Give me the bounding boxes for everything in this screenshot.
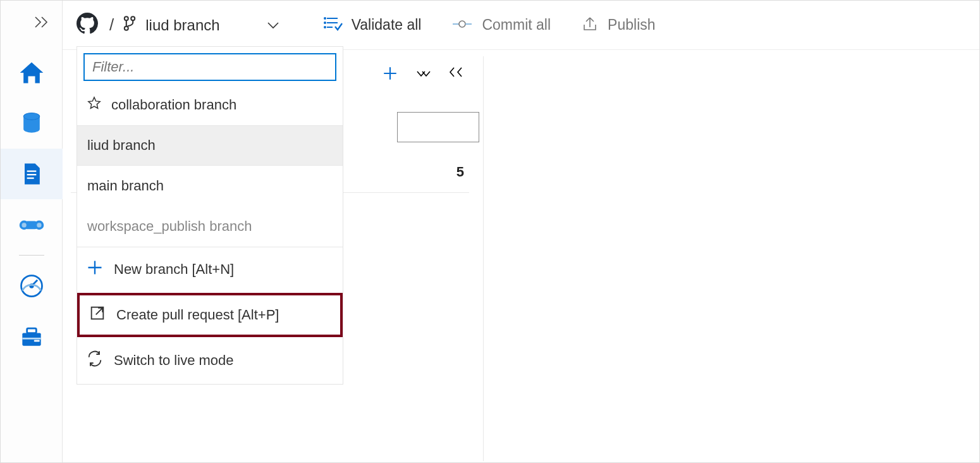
pipeline-icon [18,211,46,238]
svg-point-21 [324,26,326,28]
nav-home[interactable] [1,47,63,98]
svg-rect-3 [27,174,36,175]
svg-rect-14 [22,338,40,340]
commit-label: Commit all [482,16,551,34]
branch-item-current[interactable]: liud branch [77,125,343,166]
branch-item-collaboration[interactable]: collaboration branch [77,85,343,125]
nav-monitor[interactable] [1,261,63,311]
svg-point-20 [324,22,326,24]
star-icon [87,96,101,114]
svg-rect-13 [27,328,36,333]
plus-icon [86,259,104,280]
svg-rect-12 [22,333,40,346]
top-toolbar: / liud branch Validate all [63,1,979,50]
branch-item-label: main branch [87,178,164,194]
resource-filter-input[interactable] [397,112,479,142]
open-external-icon [89,304,106,326]
switch-live-action[interactable]: Switch to live mode [77,338,343,383]
path-separator: / [109,15,114,35]
branch-dropdown: collaboration branch liud branch main br… [77,46,343,385]
expand-all-icon[interactable] [415,66,431,84]
publish-button[interactable]: Publish [581,15,655,36]
branch-item-label: liud branch [87,137,156,154]
branch-label: liud branch [145,16,219,34]
nav-integrate[interactable] [1,199,63,250]
content-area: 5 collaboration branch liud branch main … [63,50,979,462]
publish-icon [581,15,599,36]
create-pr-action[interactable]: Create pull request [Alt+P] [77,293,343,337]
svg-point-19 [324,17,326,20]
svg-rect-2 [27,171,36,172]
svg-point-22 [459,21,465,27]
svg-point-9 [37,223,41,227]
nav-divider [19,255,44,256]
collapse-all-icon[interactable] [448,66,464,84]
home-icon [18,59,46,87]
branch-item-label: collaboration branch [111,97,236,113]
new-branch-label: New branch [Alt+N] [114,261,234,278]
create-pr-label: Create pull request [Alt+P] [116,307,279,323]
database-icon [18,109,46,137]
expand-nav-icon[interactable] [33,16,51,31]
branch-item-label: workspace_publish branch [87,218,252,235]
toolbox-icon [18,323,46,350]
github-icon [77,13,98,38]
commit-icon [451,16,473,34]
left-nav-rail [1,1,63,462]
document-icon [18,160,46,188]
switch-live-label: Switch to live mode [114,352,234,369]
commit-all-button[interactable]: Commit all [451,16,551,34]
branch-item-workspace-publish[interactable]: workspace_publish branch [77,206,343,247]
branch-selector[interactable]: liud branch [123,15,286,35]
gauge-icon [18,272,46,300]
validate-all-button[interactable]: Validate all [324,15,422,35]
branch-item-main[interactable]: main branch [77,166,343,206]
git-branch-icon [123,15,137,35]
add-resource-button[interactable] [382,65,398,86]
main-area: / liud branch Validate all [63,1,979,462]
new-branch-action[interactable]: New branch [Alt+N] [77,247,343,292]
nav-data[interactable] [1,98,63,149]
svg-point-18 [125,26,128,30]
svg-point-16 [125,16,128,20]
validate-label: Validate all [352,16,422,34]
publish-label: Publish [608,16,655,34]
svg-rect-4 [27,178,34,179]
nav-manage[interactable] [1,311,63,362]
sync-icon [86,350,104,371]
validate-icon [324,15,343,35]
nav-develop[interactable] [1,149,63,199]
chevron-down-icon [266,16,281,34]
svg-rect-15 [34,340,39,342]
svg-point-8 [21,223,26,227]
svg-point-17 [131,16,135,20]
branch-filter-input[interactable] [83,53,336,81]
resource-count-value: 5 [456,164,464,180]
